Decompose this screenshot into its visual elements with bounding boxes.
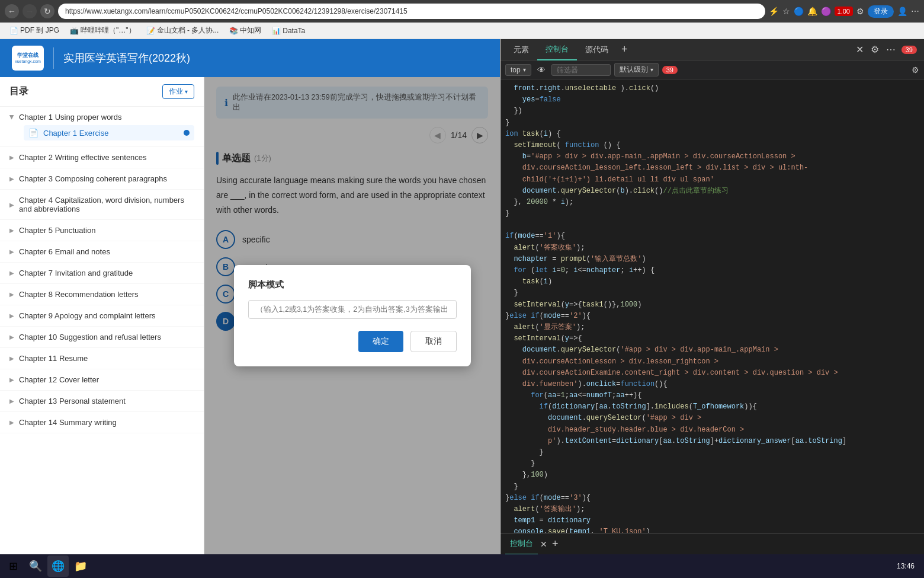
tab-source[interactable]: 源代码 [577,39,617,60]
chapter-item-7[interactable]: ▶ Chapter 7 Invitation and gratitude [0,263,204,284]
chapter-9-label: Chapter 9 Apology and complaint letters [19,311,156,320]
chapter-14-chevron: ▶ [9,419,14,426]
bookmark-icon[interactable]: ☆ [782,7,790,16]
chapter-8-label: Chapter 8 Recommendation letters [19,290,139,299]
devtools-header: 元素 控制台 源代码 + ✕ ⚙ ⋯ 39 [500,39,924,60]
chapter-item-13[interactable]: ▶ Chapter 13 Personal statement [0,391,204,412]
chapter-7-header: ▶ Chapter 7 Invitation and gratitude [9,269,194,277]
chapter-item-9[interactable]: ▶ Chapter 9 Apology and complaint letter… [0,305,204,327]
chapter-item-6[interactable]: ▶ Chapter 6 Email and notes [0,241,204,263]
chapter-item-11[interactable]: ▶ Chapter 11 Resume [0,348,204,369]
taskbar-edge[interactable]: 🌐 [47,555,69,577]
taskbar-folder[interactable]: 📁 [70,555,91,577]
sidebar-title: 目录 [9,85,162,98]
eye-icon[interactable]: 👁 [535,64,548,76]
code-line-2: yes=false [503,94,922,106]
extension-icon-1[interactable]: 🔵 [794,7,804,16]
chapter-item-4[interactable]: ▶ Chapter 4 Capitalization, word divisio… [0,190,204,220]
code-line-30: document.querySelector('#app > div > [503,413,922,424]
chapter-14-header: ▶ Chapter 14 Summary writing [9,418,194,427]
blue-dot [184,130,190,136]
homework-button[interactable]: 作业 ▾ [162,84,194,99]
extension-icon-2[interactable]: 🔔 [807,7,817,16]
profile-icon[interactable]: 👤 [897,7,907,16]
bookmark-zhiwang[interactable]: 📚 中知网 [224,24,266,37]
reading-icon[interactable]: ⚡ [769,7,779,16]
code-line-36: } [503,481,922,493]
chapter-5-header: ▶ Chapter 5 Punctuation [9,226,194,235]
bookmark-pdf[interactable]: 📄 PDF 到 JPG [5,24,64,37]
code-line-4: } [503,117,922,129]
reload-button[interactable]: ↻ [40,4,54,18]
extension-icon-4[interactable]: 1.00 [835,7,853,16]
console-tab-label[interactable]: 控制台 [505,534,538,555]
header-divider [53,47,54,69]
code-line-18: task(i) [503,276,922,288]
chapter-item-10[interactable]: ▶ Chapter 10 Suggestion and refusal lett… [0,327,204,348]
taskbar-search[interactable]: 🔍 [25,555,46,577]
taskbar-time: 13:46 [890,562,922,570]
chapter-6-chevron: ▶ [9,248,14,255]
chapter-12-label: Chapter 12 Cover letter [19,375,99,384]
tab-elements[interactable]: 元素 [505,39,537,60]
level-chevron: ▾ [650,66,653,73]
more-icon[interactable]: ⋯ [911,7,919,16]
back-button[interactable]: ← [5,4,19,18]
devtools-more-icon[interactable]: ⋯ [883,44,899,55]
devtools-toolbar: top ▾ 👁 默认级别 ▾ 39 ⚙ [500,60,924,79]
code-line-9: child('+(i+1)+') li.detail ul li div ul … [503,174,922,186]
chapter-1-exercise[interactable]: 📄 Chapter 1 Exercise [24,125,194,140]
badge-39: 39 [901,46,917,54]
signin-btn[interactable]: 登录 [868,5,894,18]
filter-input[interactable] [551,64,611,76]
top-chevron: ▾ [523,66,526,73]
devtools-close[interactable]: ✕ [852,44,867,55]
chapter-item-1[interactable]: ▶ Chapter 1 Using proper words 📄 Chapter… [0,107,204,147]
level-selector[interactable]: 默认级别 ▾ [614,63,659,76]
top-selector[interactable]: top ▾ [505,64,531,76]
code-line-24: document.querySelector('#app > div > div… [503,344,922,356]
chapter-item-3[interactable]: ▶ Chapter 3 Composing coherent paragraph… [0,168,204,190]
dialog-cancel-button[interactable]: 取消 [410,331,457,352]
bookmark-jinshan[interactable]: 📝 金山文档 - 多人协... [142,24,224,37]
chapter-item-8[interactable]: ▶ Chapter 8 Recommendation letters [0,284,204,305]
code-line-35: },100) [503,470,922,481]
chapter-4-chevron: ▶ [9,202,14,208]
console-add-icon[interactable]: + [552,538,559,550]
tab-add[interactable]: + [617,39,633,60]
chapter-5-label: Chapter 5 Punctuation [19,226,95,235]
chapter-item-14[interactable]: ▶ Chapter 14 Summary writing [0,412,204,433]
dialog-confirm-button[interactable]: 确定 [358,331,403,352]
chapter-13-header: ▶ Chapter 13 Personal statement [9,397,194,405]
code-line-26: div.courseActionExamine.content_right > … [503,368,922,379]
console-close-icon[interactable]: ✕ [540,539,547,549]
chapter-3-label: Chapter 3 Composing coherent paragraphs [19,174,167,183]
code-line-34: } [503,458,922,470]
windows-taskbar: ⊞ 🔍 🌐 📁 13:46 [0,554,924,578]
logo-box: 学堂在线 xuetangx.com [12,46,44,71]
chapter-2-header: ▶ Chapter 2 Writing effective sentences [9,153,194,162]
chapter-item-5[interactable]: ▶ Chapter 5 Punctuation [0,220,204,241]
extension-icon-5[interactable]: ⚙ [856,7,864,16]
chapter-item-12[interactable]: ▶ Chapter 12 Cover letter [0,369,204,391]
sidebar: 目录 作业 ▾ ▶ Chapter 1 Using proper words 📄 [0,77,204,554]
chapter-5-chevron: ▶ [9,227,14,234]
chapter-item-2[interactable]: ▶ Chapter 2 Writing effective sentences [0,147,204,168]
address-bar[interactable]: https://www.xuetangx.com/learn/ccmuP0502… [58,4,765,19]
devtools-gear-icon[interactable]: ⚙ [867,44,883,55]
tab-console[interactable]: 控制台 [537,39,577,60]
taskbar-start[interactable]: ⊞ [2,555,24,577]
logo-text-line1: 学堂在线 [17,52,38,59]
extension-icon-3[interactable]: 🟣 [821,7,831,16]
chapter-10-header: ▶ Chapter 10 Suggestion and refusal lett… [9,333,194,341]
chapter-4-header: ▶ Chapter 4 Capitalization, word divisio… [9,196,194,213]
code-line-20: setInterval(y=>{task1()},1000) [503,299,922,311]
forward-button[interactable]: → [23,4,37,18]
bookmark-bilibili[interactable]: 📺 哔哩哔哩（"…"） [65,24,140,37]
chapter-10-label: Chapter 10 Suggestion and refusal letter… [19,333,161,341]
toolbar-gear-icon[interactable]: ⚙ [912,65,919,75]
dialog-input[interactable] [248,300,457,319]
homework-label: 作业 [169,87,183,97]
bookmark-datata[interactable]: 📊 DataTa [267,25,310,36]
course-panel: 学堂在线 xuetangx.com 实用医学英语写作(2022秋) 目录 作业 … [0,39,500,554]
